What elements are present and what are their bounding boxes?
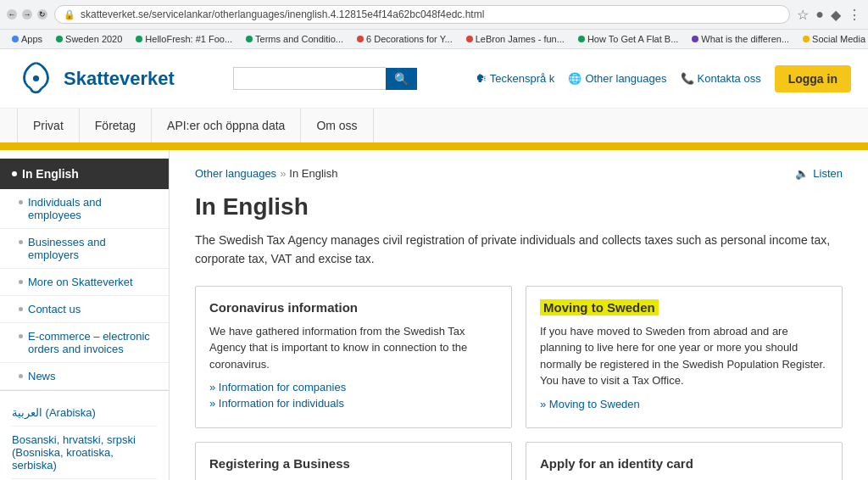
sidebar-item-more[interactable]: More on Skatteverket	[0, 269, 169, 296]
teckensprak-link[interactable]: 🗣 Teckensprå k	[476, 72, 555, 85]
nav-privat[interactable]: Privat	[17, 109, 80, 142]
address-bar[interactable]: 🔒 skatteverket.se/servicelankar/otherlan…	[54, 5, 790, 24]
sidebar-item-news[interactable]: News	[0, 363, 169, 390]
card-coronavirus-link-0[interactable]: Information for companies	[209, 381, 498, 393]
sidebar-lang-bosnian[interactable]: Bosanski, hrvatski, srpski (Bosniska, kr…	[12, 427, 157, 479]
card-registering: Registering a Business Registering a bus…	[195, 442, 512, 480]
sidebar-sub-dot	[19, 240, 23, 244]
content-wrapper: In English Individuals and employees Bus…	[0, 150, 868, 480]
sidebar-lang-arabic[interactable]: العربية (Arabiska)	[12, 399, 157, 427]
card-identity: Apply for an identity card As a Swedish …	[526, 442, 843, 480]
card-coronavirus-text: We have gathered information from the Sw…	[209, 323, 498, 373]
bookmark-sweden[interactable]: Sweden 2020	[51, 32, 127, 46]
reload-btn[interactable]: ↻	[37, 9, 47, 20]
sign-language-icon: 🗣	[476, 72, 487, 85]
nav-omoss[interactable]: Om oss	[301, 109, 373, 142]
sidebar-item-businesses[interactable]: Businesses and employers	[0, 229, 169, 269]
breadcrumb-current: In English	[289, 167, 337, 180]
browser-chrome: ← → ↻ 🔒 skatteverket.se/servicelankar/ot…	[0, 0, 868, 30]
sidebar-sub-dot	[19, 374, 23, 378]
breadcrumb-parent[interactable]: Other languages	[195, 167, 276, 180]
bookmark-hellofresh[interactable]: HelloFresh: #1 Foo...	[131, 32, 237, 46]
listen-button[interactable]: 🔈 Listen	[795, 167, 843, 180]
bookmark-lebron[interactable]: LeBron James - fun...	[461, 32, 570, 46]
logo-svg	[17, 59, 55, 98]
card-moving: Moving to Sweden If you have moved to Sw…	[526, 286, 843, 428]
card-identity-title: Apply for an identity card	[540, 456, 828, 471]
bookmark-dot	[246, 36, 253, 42]
card-registering-title: Registering a Business	[209, 456, 498, 471]
card-moving-title: Moving to Sweden	[540, 300, 828, 315]
svg-point-0	[33, 75, 39, 81]
browser-buttons[interactable]: ← → ↻	[7, 9, 47, 20]
search-input[interactable]	[233, 67, 386, 90]
bookmark-apps[interactable]: Apps	[7, 32, 47, 46]
back-btn[interactable]: ←	[7, 9, 17, 20]
sidebar-item-individuals[interactable]: Individuals and employees	[0, 189, 169, 229]
bookmark-terms[interactable]: Terms and Conditio...	[241, 32, 348, 46]
cards-grid: Coronavirus information We have gathered…	[195, 286, 843, 480]
bookmark-dot	[56, 36, 63, 42]
bookmark-decorations[interactable]: 6 Decorations for Y...	[352, 32, 458, 46]
page-title: In English	[195, 193, 843, 220]
lock-icon: 🔒	[64, 9, 75, 20]
extension-icon[interactable]: ◆	[831, 7, 841, 23]
card-coronavirus-link-1[interactable]: Information for individuals	[209, 397, 498, 410]
phone-icon: 📞	[681, 72, 694, 85]
bookmark-dot	[692, 36, 698, 42]
sidebar-sub-dot	[19, 307, 23, 311]
page-intro: The Swedish Tax Agency manages civil reg…	[195, 231, 843, 269]
site-header: Skatteverket 🔍 🗣 Teckensprå k 🌐 Other la…	[0, 49, 868, 109]
logo-text: Skatteverket	[64, 68, 175, 90]
bookmark-flatbelly[interactable]: How To Get A Flat B...	[573, 32, 683, 46]
sidebar: In English Individuals and employees Bus…	[0, 150, 170, 480]
bookmark-dot	[803, 36, 810, 42]
card-moving-link-0[interactable]: Moving to Sweden	[540, 398, 828, 410]
nav-api[interactable]: API:er och öppna data	[152, 109, 301, 142]
card-moving-text: If you have moved to Sweden from abroad …	[540, 323, 828, 389]
bookmark-dot	[136, 36, 142, 42]
listen-icon: 🔈	[795, 167, 809, 180]
bookmark-dot	[12, 36, 19, 42]
bookmark-dot	[466, 36, 473, 42]
login-button[interactable]: Logga in	[775, 65, 851, 92]
card-coronavirus-title: Coronavirus information	[209, 300, 498, 315]
bookmarks-bar: Apps Sweden 2020 HelloFresh: #1 Foo... T…	[0, 30, 868, 49]
globe-icon: 🌐	[568, 72, 581, 85]
card-coronavirus: Coronavirus information We have gathered…	[195, 286, 512, 428]
search-button[interactable]: 🔍	[386, 68, 417, 90]
logo-area: Skatteverket	[17, 59, 175, 98]
main-nav: Privat Företag API:er och öppna data Om …	[0, 109, 868, 145]
star-icon[interactable]: ☆	[797, 7, 809, 23]
sidebar-lang-section: العربية (Arabiska) Bosanski, hrvatski, s…	[0, 390, 169, 480]
sidebar-sub-dot	[19, 200, 23, 204]
bookmark-dot	[357, 36, 364, 42]
bookmark-socialmedia[interactable]: Social Media	[798, 32, 868, 46]
breadcrumb: Other languages » In English 🔈 Listen	[195, 167, 843, 180]
sidebar-bullet	[12, 171, 17, 176]
contact-link[interactable]: 📞 Kontakta oss	[681, 72, 761, 85]
nav-foretag[interactable]: Företag	[80, 109, 152, 142]
profile-icon[interactable]: ●	[815, 7, 824, 23]
menu-icon[interactable]: ⋮	[848, 7, 861, 23]
browser-actions: ☆ ● ◆ ⋮	[797, 7, 861, 23]
forward-btn[interactable]: →	[22, 9, 32, 20]
breadcrumb-separator: »	[280, 167, 286, 180]
bookmark-dot	[578, 36, 585, 42]
sidebar-item-ecommerce[interactable]: E-commerce – electronic orders and invoi…	[0, 323, 169, 363]
sidebar-main-item[interactable]: In English	[0, 159, 169, 189]
bookmark-whatis[interactable]: What is the differen...	[687, 32, 794, 46]
sidebar-sub-dot	[19, 280, 23, 284]
sidebar-item-contact[interactable]: Contact us	[0, 296, 169, 323]
search-area: 🔍	[233, 67, 417, 90]
main-content: Other languages » In English 🔈 Listen In…	[170, 150, 868, 480]
sidebar-sub-dot	[19, 334, 23, 338]
other-languages-link[interactable]: 🌐 Other languages	[568, 72, 666, 85]
url-text: skatteverket.se/servicelankar/otherlangu…	[81, 8, 781, 20]
header-right: 🗣 Teckensprå k 🌐 Other languages 📞 Konta…	[476, 65, 851, 92]
